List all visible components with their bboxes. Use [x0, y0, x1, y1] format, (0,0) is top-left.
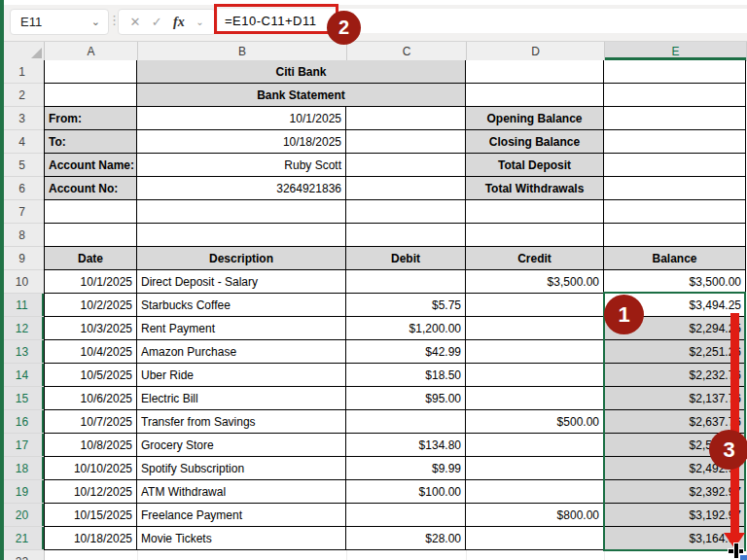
- insert-function-icon[interactable]: fx: [173, 15, 185, 30]
- cell-D10[interactable]: $3,500.00: [466, 270, 604, 294]
- cell-E5[interactable]: [604, 154, 746, 177]
- cell-D9[interactable]: Credit: [466, 247, 604, 270]
- cell-A1[interactable]: [44, 60, 137, 84]
- cell-B9[interactable]: Description: [137, 247, 346, 270]
- cell-C8[interactable]: [346, 224, 466, 247]
- cell-C22[interactable]: [347, 550, 467, 560]
- cell-D21[interactable]: [466, 527, 604, 550]
- cell-B3[interactable]: 10/1/2025: [137, 107, 346, 130]
- cell-D16[interactable]: $500.00: [466, 410, 604, 434]
- cell-E19[interactable]: $2,392.97: [604, 480, 746, 504]
- cell-B7[interactable]: [137, 200, 346, 224]
- row-header-4[interactable]: 4: [0, 130, 45, 154]
- row-header-15[interactable]: 15: [0, 387, 45, 410]
- cell-C13[interactable]: $42.99: [346, 340, 466, 364]
- cell-D15[interactable]: [466, 387, 604, 410]
- enter-icon[interactable]: ✓: [152, 15, 162, 29]
- cell-B19[interactable]: ATM Withdrawal: [137, 480, 346, 504]
- cell-E22[interactable]: [605, 550, 747, 560]
- row-header-20[interactable]: 20: [0, 504, 45, 527]
- cell-E14[interactable]: $2,232.76: [604, 364, 746, 387]
- cell-C16[interactable]: [346, 410, 466, 434]
- cell-B12[interactable]: Rent Payment: [137, 317, 346, 340]
- row-header-12[interactable]: 12: [0, 317, 45, 340]
- cell-A19[interactable]: 10/12/2025: [44, 480, 137, 504]
- cell-D1[interactable]: [466, 60, 604, 84]
- column-header-D[interactable]: D: [467, 42, 605, 61]
- formula-dropdown-icon[interactable]: ⌄: [196, 17, 203, 27]
- cell-E7[interactable]: [604, 200, 746, 224]
- cell-C18[interactable]: $9.99: [346, 457, 466, 480]
- cell-B6[interactable]: 3264921836: [137, 177, 346, 200]
- cell-C19[interactable]: $100.00: [346, 480, 466, 504]
- cell-C5[interactable]: [346, 154, 466, 177]
- cell-D17[interactable]: [466, 434, 604, 457]
- cell-A17[interactable]: 10/8/2025: [44, 434, 137, 457]
- cell-A8[interactable]: [44, 224, 137, 247]
- cell-E15[interactable]: $2,137.76: [604, 387, 746, 410]
- cell-D19[interactable]: [466, 480, 604, 504]
- cell-A3[interactable]: From:: [44, 107, 137, 130]
- row-header-10[interactable]: 10: [0, 270, 45, 294]
- cell-bank-name[interactable]: Citi Bank: [137, 60, 466, 84]
- row-header-6[interactable]: 6: [0, 177, 45, 200]
- cell-B8[interactable]: [137, 224, 346, 247]
- cell-A9[interactable]: Date: [44, 247, 137, 270]
- row-header-16[interactable]: 16: [0, 410, 45, 434]
- cell-C3[interactable]: [346, 107, 466, 130]
- cell-D14[interactable]: [466, 364, 604, 387]
- column-header-A[interactable]: A: [45, 42, 138, 61]
- cell-A2[interactable]: [44, 84, 137, 107]
- cell-D3[interactable]: Opening Balance: [466, 107, 604, 130]
- name-box-dropdown-icon[interactable]: ⌄: [91, 16, 108, 28]
- row-header-14[interactable]: 14: [0, 364, 45, 387]
- cell-B16[interactable]: Transfer from Savings: [137, 410, 346, 434]
- row-header-13[interactable]: 13: [0, 340, 45, 364]
- name-box[interactable]: E11 ⌄: [10, 9, 109, 35]
- cell-B4[interactable]: 10/18/2025: [137, 130, 346, 154]
- column-header-C[interactable]: C: [347, 42, 467, 61]
- cell-E20[interactable]: $3,192.97: [604, 504, 746, 527]
- row-header-7[interactable]: 7: [0, 200, 45, 224]
- cell-C4[interactable]: [346, 130, 466, 154]
- cell-C7[interactable]: [346, 200, 466, 224]
- cell-E9[interactable]: Balance: [604, 247, 746, 270]
- row-header-11[interactable]: 11: [0, 294, 45, 317]
- cell-B13[interactable]: Amazon Purchase: [137, 340, 346, 364]
- row-header-2[interactable]: 2: [0, 84, 45, 107]
- cell-D2[interactable]: [466, 84, 604, 107]
- cell-B22[interactable]: [138, 550, 347, 560]
- cell-D18[interactable]: [466, 457, 604, 480]
- cell-A21[interactable]: 10/18/2025: [44, 527, 137, 550]
- cell-D7[interactable]: [466, 200, 604, 224]
- cell-B15[interactable]: Electric Bill: [137, 387, 346, 410]
- cell-D13[interactable]: [466, 340, 604, 364]
- cell-D22[interactable]: [467, 550, 605, 560]
- cell-A22[interactable]: [45, 550, 138, 560]
- cell-E1[interactable]: [604, 60, 746, 84]
- cell-E8[interactable]: [604, 224, 746, 247]
- cell-A13[interactable]: 10/4/2025: [44, 340, 137, 364]
- cell-D8[interactable]: [466, 224, 604, 247]
- cell-A18[interactable]: 10/10/2025: [44, 457, 137, 480]
- cell-E4[interactable]: [604, 130, 746, 154]
- row-header-19[interactable]: 19: [0, 480, 45, 504]
- cell-D4[interactable]: Closing Balance: [466, 130, 604, 154]
- cell-A12[interactable]: 10/3/2025: [44, 317, 137, 340]
- cell-A14[interactable]: 10/5/2025: [44, 364, 137, 387]
- cell-B18[interactable]: Spotify Subscription: [137, 457, 346, 480]
- select-all-corner[interactable]: [0, 42, 45, 61]
- row-header-9[interactable]: 9: [0, 247, 45, 270]
- row-header-3[interactable]: 3: [0, 107, 45, 130]
- cell-E13[interactable]: $2,251.26: [604, 340, 746, 364]
- cell-B17[interactable]: Grocery Store: [137, 434, 346, 457]
- cell-E2[interactable]: [604, 84, 746, 107]
- cell-A20[interactable]: 10/15/2025: [44, 504, 137, 527]
- cell-D6[interactable]: Total Withdrawals: [466, 177, 604, 200]
- cell-A11[interactable]: 10/2/2025: [44, 294, 137, 317]
- cell-E3[interactable]: [604, 107, 746, 130]
- cell-A16[interactable]: 10/7/2025: [44, 410, 137, 434]
- row-header-21[interactable]: 21: [0, 527, 45, 550]
- cell-D20[interactable]: $800.00: [466, 504, 604, 527]
- cell-B10[interactable]: Direct Deposit - Salary: [137, 270, 346, 294]
